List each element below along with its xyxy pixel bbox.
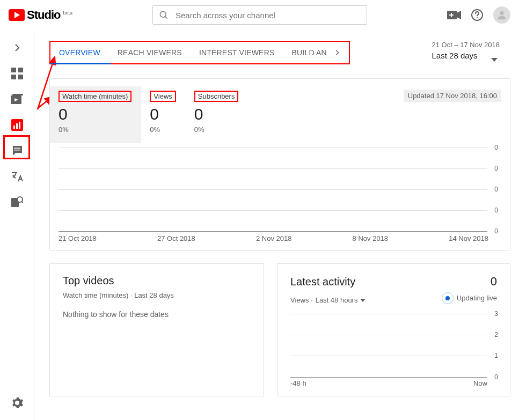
metric-views[interactable]: Views 0 0% — [141, 86, 185, 143]
x-tick: 14 Nov 2018 — [449, 234, 488, 242]
y-tick: 0 — [494, 165, 498, 172]
main-content: OVERVIEW REACH VIEWERS INTEREST VIEWERS … — [34, 30, 519, 420]
tab-interest-viewers[interactable]: INTEREST VIEWERS — [191, 42, 283, 63]
tabs-container: OVERVIEW REACH VIEWERS INTEREST VIEWERS … — [49, 41, 350, 64]
svg-rect-17 — [13, 126, 15, 129]
tab-label: OVERVIEW — [59, 48, 100, 57]
search-icon — [158, 10, 169, 20]
svg-rect-18 — [16, 123, 18, 129]
y-tick: 0 — [494, 227, 498, 235]
search-box[interactable] — [152, 5, 367, 25]
create-video-icon[interactable] — [447, 10, 461, 20]
svg-marker-29 — [360, 299, 366, 302]
help-icon[interactable] — [471, 9, 484, 21]
y-tick: 0 — [494, 373, 498, 381]
svg-line-24 — [21, 201, 23, 203]
date-range-picker[interactable]: 21 Oct – 17 Nov 2018 Last 28 days — [416, 41, 510, 60]
gear-icon — [11, 396, 24, 409]
activity-chart: 3 2 1 0 — [290, 314, 497, 377]
y-tick: 1 — [494, 352, 498, 359]
sidebar-item-other[interactable] — [6, 192, 28, 212]
person-icon — [496, 9, 508, 21]
metric-delta: 0% — [194, 126, 239, 134]
analytics-icon — [11, 119, 23, 131]
live-text: Updating live — [457, 294, 497, 302]
tab-reach-viewers[interactable]: REACH VIEWERS — [109, 42, 191, 63]
metric-label: Watch time (minutes) — [59, 91, 131, 102]
date-range-text: 21 Oct – 17 Nov 2018 — [432, 41, 500, 49]
updated-badge: Updated 17 Nov 2018, 16:00 — [404, 90, 501, 102]
tab-label: BUILD AN — [292, 48, 327, 57]
dashboard-icon — [11, 68, 23, 79]
sidebar-expand[interactable] — [6, 38, 28, 58]
svg-rect-10 — [18, 68, 23, 72]
tab-build-audience[interactable]: BUILD AN — [283, 42, 335, 63]
sidebar-item-videos[interactable] — [6, 89, 28, 109]
metrics-card: Watch time (minutes) 0 0% Views 0 0% Sub… — [49, 78, 510, 250]
x-axis: 21 Oct 2018 27 Oct 2018 2 Nov 2018 8 Nov… — [59, 234, 488, 242]
y-tick: 0 — [494, 186, 498, 193]
metric-delta: 0% — [150, 126, 176, 134]
y-tick: 0 — [494, 144, 498, 151]
settings-button[interactable] — [6, 392, 28, 414]
svg-rect-14 — [12, 94, 23, 95]
card-title: Top videos — [63, 275, 251, 287]
card-subtitle: Watch time (minutes) · Last 28 days — [63, 291, 251, 299]
svg-rect-12 — [18, 75, 23, 79]
card-title: Latest activity — [290, 276, 355, 288]
x-tick: 8 Nov 2018 — [353, 234, 389, 242]
sidebar-item-translations[interactable] — [6, 166, 28, 187]
tab-label: REACH VIEWERS — [118, 48, 182, 57]
sidebar — [0, 30, 34, 420]
y-tick: 0 — [494, 207, 498, 214]
logo[interactable]: Studio beta — [9, 8, 72, 22]
svg-point-0 — [160, 11, 166, 17]
x-axis: -48 h Now — [290, 379, 497, 387]
avatar[interactable] — [493, 6, 510, 24]
sidebar-item-analytics[interactable] — [6, 115, 28, 135]
annotation-box-sidebar — [3, 135, 30, 159]
metric-subscribers[interactable]: Subscribers 0 0% — [186, 86, 248, 143]
x-tick: Now — [473, 379, 487, 387]
svg-line-1 — [165, 17, 167, 19]
live-indicator: Updating live — [442, 292, 497, 304]
y-tick: 2 — [494, 331, 498, 338]
search-input[interactable] — [176, 11, 361, 20]
sidebar-item-dashboard[interactable] — [6, 63, 28, 84]
beta-badge: beta — [63, 10, 72, 16]
svg-rect-19 — [19, 122, 20, 129]
tab-label: INTEREST VIEWERS — [199, 48, 275, 57]
library-icon — [11, 196, 23, 208]
youtube-icon — [9, 9, 25, 21]
chevron-right-icon[interactable] — [335, 48, 339, 57]
metric-value: 0 — [59, 105, 131, 123]
x-tick: 27 Oct 2018 — [157, 234, 195, 242]
svg-marker-28 — [491, 58, 498, 62]
svg-rect-9 — [11, 68, 16, 72]
svg-point-8 — [500, 11, 503, 15]
svg-rect-11 — [11, 75, 16, 79]
svg-rect-5 — [449, 14, 454, 16]
top-videos-card: Top videos Watch time (minutes) · Last 2… — [49, 263, 264, 396]
app-header: Studio beta — [0, 0, 519, 30]
translate-icon — [11, 171, 24, 182]
metric-delta: 0% — [59, 126, 131, 134]
videos-icon — [11, 93, 24, 105]
metric-watch-time[interactable]: Watch time (minutes) 0 0% — [50, 86, 141, 143]
live-dot-icon — [445, 296, 450, 300]
svg-marker-3 — [457, 11, 461, 19]
metric-value: 0 — [194, 105, 239, 123]
dropdown-arrow-icon[interactable] — [491, 58, 498, 62]
metric-label: Views — [150, 91, 176, 102]
tab-overview[interactable]: OVERVIEW — [50, 42, 109, 63]
main-chart: 0 0 0 0 0 — [59, 148, 495, 231]
studio-wordmark: Studio — [27, 8, 60, 22]
activity-subtitle[interactable]: Views · Last 48 hours — [290, 296, 366, 304]
x-tick: 2 Nov 2018 — [256, 234, 292, 242]
metric-label: Subscribers — [194, 91, 239, 102]
empty-state-text: Nothing to show for these dates — [63, 310, 251, 319]
tab-underline — [50, 63, 111, 64]
date-range-label: Last 28 days — [432, 51, 500, 60]
chevron-right-icon — [14, 43, 20, 52]
activity-value: 0 — [491, 275, 497, 289]
